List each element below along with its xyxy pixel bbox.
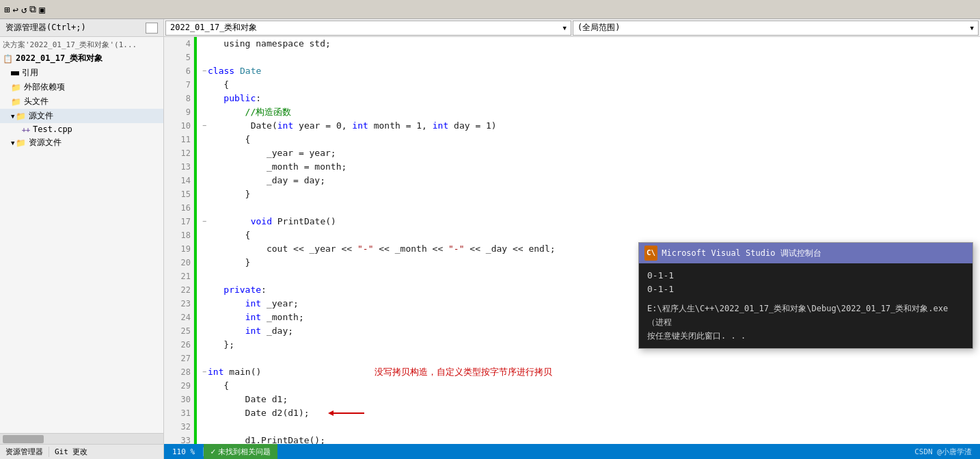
console-line-3 [647, 296, 964, 302]
code-line-12: _year = year; [197, 146, 980, 160]
sidebar-item-test-cpp[interactable]: ++ Test.cpp [0, 123, 163, 135]
toolbar-icon-copy[interactable]: ⧉ [29, 3, 36, 15]
code-line-10: − Date(int year = 0, int month = 1, int … [197, 119, 980, 133]
source-folder-icon: 📁 [16, 112, 26, 121]
collapse-btn-6[interactable]: − [202, 64, 206, 78]
code-line-32 [197, 420, 980, 434]
resources-expand-icon: ▼ [11, 140, 14, 146]
source-label: 源文件 [29, 110, 53, 122]
code-line-13: _month = month; [197, 160, 980, 174]
collapse-btn-10[interactable]: − [202, 119, 206, 133]
references-icon: ■■ [11, 69, 19, 77]
code-line-15: } [197, 187, 980, 201]
code-editor[interactable]: 4 5 6 7 8 9 10 11 12 13 14 15 16 17 18 1… [164, 37, 980, 444]
sidebar-tab-git[interactable]: Git 更改 [49, 447, 94, 457]
code-line-14: _day = day; [197, 174, 980, 187]
sidebar-solution[interactable]: 决方案'2022_01_17_类和对象'(1... [0, 38, 163, 51]
toolbar-icon-grid[interactable]: ▣ [39, 4, 44, 15]
code-line-5 [197, 51, 980, 64]
code-line-11: { [197, 133, 980, 146]
scope-left-chevron: ▼ [563, 25, 567, 31]
project-icon: 📋 [3, 54, 13, 64]
zoom-level[interactable]: 110 % [164, 447, 204, 456]
code-line-18: { [197, 228, 980, 242]
sidebar-item-resources[interactable]: ▼ 📁 资源文件 [0, 135, 163, 150]
code-line-30: Date d1; [197, 393, 980, 406]
check-icon: ✓ [210, 447, 215, 456]
resources-label: 资源文件 [29, 137, 62, 148]
console-line-2: 0-1-1 [647, 283, 964, 296]
code-annotation: 没写拷贝构造，自定义类型按字节序进行拷贝 [375, 365, 552, 379]
headers-icon: 📁 [11, 97, 21, 107]
scope-right-dropdown[interactable]: (全局范围) ▼ [573, 21, 979, 36]
sidebar-project[interactable]: 📋 2022_01_17_类和对象 [0, 51, 163, 66]
code-line-16 [197, 201, 980, 215]
scope-left-dropdown[interactable]: 2022_01_17_类和对象 ▼ [165, 21, 571, 36]
solution-label: 决方案'2022_01_17_类和对象'(1... [3, 40, 137, 50]
sidebar-item-source[interactable]: ▼ 📁 源文件 [0, 109, 163, 123]
scope-left-label: 2022_01_17_类和对象 [170, 22, 257, 34]
console-header: C\ Microsoft Visual Studio 调试控制台 [639, 243, 972, 263]
sidebar-tab-explorer[interactable]: 资源管理器 [0, 447, 49, 457]
collapse-btn-28[interactable]: − [202, 365, 206, 379]
sidebar-footer: 资源管理器 Git 更改 [0, 444, 163, 459]
status-check: ✓ 未找到相关问题 [204, 444, 277, 459]
external-deps-label: 外部依赖项 [24, 81, 65, 93]
sidebar-item-references[interactable]: ■■ 引用 [0, 66, 163, 80]
scope-right-label: (全局范围) [577, 22, 620, 34]
toolbar-icon-undo[interactable]: ↩ [12, 4, 18, 15]
external-deps-icon: 📁 [11, 83, 21, 92]
toolbar: ⊞ ↩ ↺ ⧉ ▣ [0, 0, 980, 19]
console-title: Microsoft Visual Studio 调试控制台 [662, 246, 821, 260]
line-numbers: 4 5 6 7 8 9 10 11 12 13 14 15 16 17 18 1… [164, 37, 194, 444]
toolbar-icon-home[interactable]: ⊞ [4, 4, 10, 15]
console-icon: C\ [644, 246, 657, 261]
references-label: 引用 [22, 67, 38, 79]
project-name: 2022_01_17_类和对象 [16, 53, 103, 64]
scope-right-chevron: ▼ [970, 25, 974, 31]
sidebar-item-external-deps[interactable]: 📁 外部依赖项 [0, 80, 163, 94]
sidebar-scrollbar[interactable] [0, 433, 163, 444]
source-expand-icon: ▼ [11, 113, 14, 120]
code-line-7: { [197, 78, 980, 92]
console-line-1: 0-1-1 [647, 269, 964, 283]
sidebar-tree: 决方案'2022_01_17_类和对象'(1... 📋 2022_01_17_类… [0, 37, 163, 433]
collapse-btn-17[interactable]: − [202, 215, 206, 228]
watermark: CSDN @小唐学渣 [914, 447, 980, 457]
code-line-8: public: [197, 92, 980, 105]
cpp-icon: ++ [22, 126, 30, 133]
code-line-9: //构造函数 [197, 105, 980, 119]
sidebar-header: 资源管理器(Ctrl+;) [0, 19, 163, 37]
headers-label: 头文件 [24, 96, 49, 107]
code-line-31: Date d2(d1); [197, 406, 980, 420]
status-bar: 110 % ✓ 未找到相关问题 CSDN @小唐学渣 [164, 444, 980, 459]
code-line-17: − void PrintDate() [197, 215, 980, 228]
scope-bar: 2022_01_17_类和对象 ▼ (全局范围) ▼ [164, 19, 980, 37]
console-line-4: E:\程序人生\C++\2022_01_17_类和对象\Debug\2022_0… [647, 302, 964, 329]
sidebar-title: 资源管理器(Ctrl+;) [5, 22, 143, 34]
check-label: 未找到相关问题 [218, 447, 271, 457]
code-line-28: − int main() 没写拷贝构造，自定义类型按字节序进行拷贝 [197, 365, 980, 379]
svg-marker-1 [328, 410, 334, 416]
console-panel: C\ Microsoft Visual Studio 调试控制台 0-1-1 0… [638, 242, 973, 349]
code-line-33: d1.PrintDate(); [197, 434, 980, 444]
code-line-29: { [197, 379, 980, 393]
console-line-5: 按任意键关闭此窗口. . . [647, 329, 964, 343]
resources-folder-icon: 📁 [16, 138, 26, 148]
search-input[interactable] [146, 23, 158, 34]
arrow-indicator [327, 408, 368, 419]
toolbar-icon-redo[interactable]: ↺ [21, 4, 27, 15]
code-content[interactable]: using namespace std; − class Date { publ… [197, 37, 980, 444]
sidebar-item-headers[interactable]: 📁 头文件 [0, 94, 163, 109]
code-line-27 [197, 352, 980, 365]
console-body: 0-1-1 0-1-1 E:\程序人生\C++\2022_01_17_类和对象\… [639, 263, 972, 348]
test-cpp-label: Test.cpp [33, 124, 72, 134]
code-line-6: − class Date [197, 64, 980, 78]
code-line-4: using namespace std; [197, 37, 980, 51]
